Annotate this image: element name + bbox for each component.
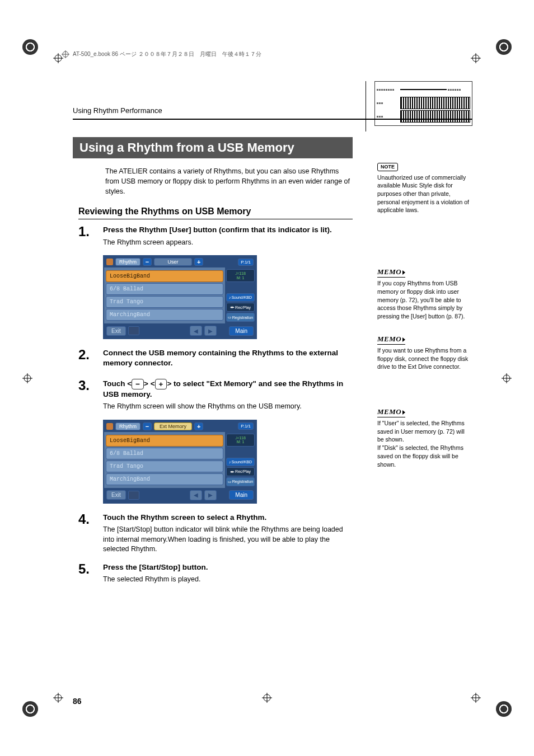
- tempo-display: ♩=118 M: 1: [226, 434, 255, 447]
- step-instruction: Touch <−> <+> to select "Ext Memory" and…: [103, 379, 353, 400]
- note-block: NOTE Unauthorized use of commercially av…: [377, 162, 472, 214]
- measure-value: M: 1: [228, 276, 253, 280]
- tempo-value: ♩=118: [228, 271, 253, 276]
- step-3: 3. Touch <−> <+> to select "Ext Memory" …: [78, 379, 353, 412]
- step-description: The selected Rhythm is played.: [103, 575, 353, 585]
- tab-label[interactable]: User: [154, 258, 192, 266]
- screen-title: Rhythm: [115, 258, 140, 266]
- step-instruction: Press the Rhythm [User] button (confirm …: [103, 225, 353, 235]
- header-rule: [73, 119, 472, 120]
- registration-icon: ▭: [228, 315, 232, 320]
- step-number: 4.: [78, 513, 103, 555]
- step-description: The Rhythm screen appears.: [103, 238, 353, 248]
- rhythm-screen-ext-memory: Rhythm − Ext Memory + P.1/1 LooseBigBand…: [103, 420, 257, 504]
- crop-mark-icon: [22, 39, 38, 55]
- folder-icon: [106, 423, 113, 430]
- rec-icon: ●▸: [230, 469, 235, 474]
- rhythm-screen-user: Rhythm − User + P.1/1 LooseBigBand 6/8 B…: [103, 255, 257, 339]
- page-title: Using a Rhythm from a USB Memory: [73, 137, 353, 158]
- registration-button[interactable]: ▭Registration: [226, 477, 255, 486]
- step-number: 3.: [78, 379, 103, 412]
- chapter-heading: Using Rhythm Performance: [73, 106, 162, 115]
- crop-mark-icon: [496, 701, 512, 717]
- sound-kbd-button[interactable]: ♪Sound/KBD: [226, 458, 255, 466]
- subheading: Reviewing the Rhythms on USB Memory: [78, 206, 353, 219]
- list-item[interactable]: 6/8 Ballad: [106, 283, 223, 295]
- memo-label: MEMO: [377, 407, 405, 417]
- crop-mark-icon: [496, 39, 512, 55]
- rec-icon: ●▸: [230, 305, 235, 309]
- exit-button[interactable]: Exit: [106, 490, 126, 500]
- step-instruction: Touch the Rhythm screen to select a Rhyt…: [103, 513, 353, 523]
- step-number: 2.: [78, 348, 103, 370]
- file-info-text: AT-500_e.book 86 ページ ２００８年７月２８日 月曜日 午後４時…: [73, 50, 261, 58]
- note-icon: ♪: [229, 295, 231, 299]
- note-label: NOTE: [377, 163, 398, 171]
- memo-text: If you copy Rhythms from USB memory or f…: [377, 279, 472, 320]
- rhythm-list: LooseBigBand 6/8 Ballad Trad Tango March…: [104, 432, 225, 488]
- list-item[interactable]: 6/8 Ballad: [106, 448, 223, 459]
- list-item[interactable]: MarchingBand: [106, 309, 223, 321]
- next-arrow-button[interactable]: ▶: [204, 326, 217, 336]
- list-item[interactable]: LooseBigBand: [106, 270, 223, 282]
- tempo-display: ♩=118 M: 1: [226, 269, 255, 282]
- print-header: AT-500_e.book 86 ページ ２００８年７月２８日 月曜日 午後４時…: [62, 50, 472, 58]
- rec-play-button[interactable]: ●▸Rec/Play: [226, 467, 255, 476]
- step-instruction: Press the [Start/Stop] button.: [103, 562, 353, 572]
- main-button[interactable]: Main: [229, 490, 254, 500]
- measure-value: M: 1: [228, 440, 253, 444]
- minus-button[interactable]: −: [143, 422, 152, 430]
- step-description: The [Start/Stop] button indicator will b…: [103, 525, 353, 555]
- memo-block: MEMO If you want to use Rhythms from a f…: [377, 334, 472, 371]
- memo-block: MEMO If you copy Rhythms from USB memory…: [377, 267, 472, 321]
- utility-button[interactable]: [128, 326, 139, 335]
- main-button[interactable]: Main: [229, 326, 254, 336]
- page-number: 86: [73, 697, 82, 706]
- intro-text: The ATELIER contains a variety of Rhythm…: [105, 166, 353, 196]
- list-item[interactable]: LooseBigBand: [106, 435, 223, 447]
- plus-button[interactable]: +: [194, 422, 203, 430]
- divider: [366, 81, 366, 132]
- minus-button[interactable]: −: [143, 258, 152, 266]
- registration-icon: ▭: [228, 480, 232, 484]
- plus-key: +: [155, 379, 167, 390]
- step-2: 2. Connect the USB memory containing the…: [78, 348, 353, 370]
- registration-button[interactable]: ▭Registration: [226, 313, 255, 322]
- rhythm-list: LooseBigBand 6/8 Ballad Trad Tango March…: [104, 267, 225, 323]
- tempo-value: ♩=118: [228, 436, 253, 440]
- minus-key: −: [132, 379, 144, 390]
- registration-mark-icon: [62, 50, 69, 58]
- step-number: 5.: [78, 562, 103, 585]
- step-5: 5. Press the [Start/Stop] button. The se…: [78, 562, 353, 585]
- rec-play-button[interactable]: ●▸Rec/Play: [226, 303, 255, 312]
- memo-block: MEMO If "User" is selected, the Rhythms …: [377, 407, 472, 468]
- step-number: 1.: [78, 225, 103, 247]
- step-1: 1. Press the Rhythm [User] button (confi…: [78, 225, 353, 247]
- note-text: Unauthorized use of commercially availab…: [377, 173, 472, 214]
- memo-label: MEMO: [377, 334, 405, 345]
- list-item[interactable]: Trad Tango: [106, 296, 223, 308]
- list-item[interactable]: MarchingBand: [106, 473, 223, 485]
- memo-label: MEMO: [377, 267, 405, 278]
- registration-mark-icon: [502, 373, 512, 383]
- prev-arrow-button[interactable]: ◀: [190, 326, 202, 336]
- plus-button[interactable]: +: [194, 258, 203, 266]
- exit-button[interactable]: Exit: [106, 326, 126, 336]
- registration-mark-icon: [22, 373, 32, 383]
- page-indicator: P.1/1: [238, 259, 254, 266]
- screen-title: Rhythm: [115, 422, 140, 430]
- step-description: The Rhythm screen will show the Rhythms …: [103, 402, 353, 412]
- folder-icon: [106, 259, 113, 265]
- crop-mark-icon: [22, 701, 38, 717]
- note-icon: ♪: [229, 460, 231, 464]
- tab-label[interactable]: Ext Memory: [154, 422, 192, 430]
- step-instruction: Connect the USB memory containing the Rh…: [103, 348, 353, 368]
- next-arrow-button[interactable]: ▶: [204, 490, 217, 500]
- memo-text: If you want to use Rhythms from a floppy…: [377, 346, 472, 371]
- prev-arrow-button[interactable]: ◀: [190, 490, 202, 500]
- list-item[interactable]: Trad Tango: [106, 461, 223, 472]
- sound-kbd-button[interactable]: ♪Sound/KBD: [226, 293, 255, 302]
- step-4: 4. Touch the Rhythm screen to select a R…: [78, 513, 353, 555]
- utility-button[interactable]: [128, 491, 139, 500]
- memo-text: If "User" is selected, the Rhythms saved…: [377, 419, 472, 468]
